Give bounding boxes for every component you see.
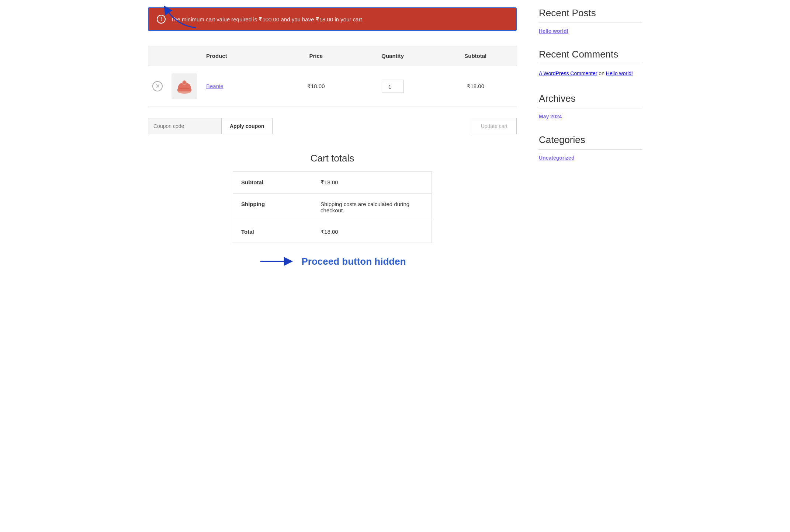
coupon-row: Apply coupon Update cart	[148, 118, 517, 134]
totals-row-shipping: Shipping Shipping costs are calculated d…	[233, 194, 432, 221]
totals-table: Subtotal ₹18.00 Shipping Shipping costs …	[233, 171, 432, 243]
recent-post-link-1[interactable]: Hello world!	[539, 28, 642, 34]
cart-totals-title: Cart totals	[233, 153, 432, 164]
table-row: ✕	[148, 66, 517, 107]
apply-coupon-button[interactable]: Apply coupon	[222, 118, 273, 134]
comment-on-text: on	[599, 70, 606, 76]
comment-post-link[interactable]: Hello world!	[606, 70, 633, 76]
col-header-quantity: Quantity	[351, 46, 434, 66]
totals-row-subtotal: Subtotal ₹18.00	[233, 172, 432, 194]
cart-table: Product Price Quantity Subtotal ✕	[148, 46, 517, 107]
alert-message: The minimum cart value required is ₹100.…	[171, 15, 364, 23]
totals-label-subtotal: Subtotal	[233, 172, 313, 194]
archives-section: Archives May 2024	[539, 93, 642, 119]
categories-section: Categories Uncategorized	[539, 134, 642, 161]
product-name-link[interactable]: Beanie	[206, 83, 224, 89]
recent-comment-block: A WordPress Commenter on Hello world!	[539, 69, 642, 78]
proceed-arrow-icon	[259, 254, 295, 269]
recent-comments-section: Recent Comments A WordPress Commenter on…	[539, 49, 642, 78]
product-image	[171, 73, 197, 99]
coupon-input[interactable]	[148, 118, 222, 134]
totals-label-shipping: Shipping	[233, 194, 313, 221]
product-price: ₹18.00	[281, 66, 351, 107]
categories-heading: Categories	[539, 134, 642, 150]
comment-author-link[interactable]: A WordPress Commenter	[539, 70, 597, 76]
col-header-product: Product	[202, 46, 281, 66]
remove-item-button[interactable]: ✕	[152, 81, 163, 91]
proceed-hidden-text: Proceed button hidden	[301, 256, 406, 267]
totals-row-total: Total ₹18.00	[233, 221, 432, 243]
recent-posts-heading: Recent Posts	[539, 7, 642, 23]
category-link-1[interactable]: Uncategorized	[539, 155, 642, 161]
sidebar: Recent Posts Hello world! Recent Comment…	[539, 7, 642, 269]
recent-comments-heading: Recent Comments	[539, 49, 642, 64]
svg-rect-1	[177, 88, 191, 91]
svg-point-3	[183, 81, 186, 84]
update-cart-button[interactable]: Update cart	[472, 118, 517, 134]
archive-link-1[interactable]: May 2024	[539, 114, 642, 119]
totals-value-total: ₹18.00	[312, 221, 432, 243]
quantity-input[interactable]	[382, 80, 404, 93]
cart-alert-banner: ! The minimum cart value required is ₹10…	[148, 7, 517, 31]
col-header-price: Price	[281, 46, 351, 66]
totals-value-subtotal: ₹18.00	[312, 172, 432, 194]
recent-posts-section: Recent Posts Hello world!	[539, 7, 642, 34]
totals-value-shipping: Shipping costs are calculated during che…	[312, 194, 432, 221]
cart-totals-section: Cart totals Subtotal ₹18.00 Shipping Shi…	[233, 153, 432, 269]
totals-label-total: Total	[233, 221, 313, 243]
product-subtotal: ₹18.00	[434, 66, 517, 107]
arrow-annotation-top	[163, 4, 200, 29]
col-header-remove	[148, 46, 167, 66]
col-header-subtotal: Subtotal	[434, 46, 517, 66]
col-header-image	[167, 46, 202, 66]
proceed-annotation: Proceed button hidden	[233, 254, 432, 269]
beanie-icon	[176, 77, 193, 95]
archives-heading: Archives	[539, 93, 642, 108]
